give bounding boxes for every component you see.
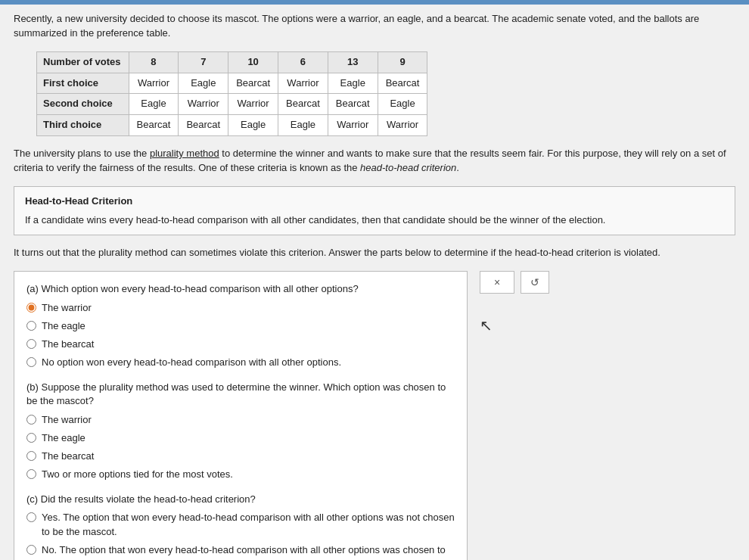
radio-option-c1[interactable]: Yes. The option that won every head-to-h…: [26, 511, 455, 540]
radio-label-b2: The eagle: [42, 431, 85, 446]
table-row: Second choiceEagleWarriorWarriorBearcatB…: [37, 94, 427, 115]
table-header-votes-1: 8: [129, 51, 179, 73]
question-label-b: (b) Suppose the plurality method was use…: [26, 381, 455, 409]
radio-option-a1[interactable]: The warrior: [26, 301, 455, 316]
table-cell: Warrior: [228, 94, 278, 115]
table-cell: Warrior: [179, 94, 228, 115]
table-cell: Warrior: [278, 73, 328, 94]
radio-input-b1[interactable]: [26, 415, 36, 425]
radio-label-a3: The bearcat: [42, 338, 94, 352]
btn-row: × ↺: [480, 271, 549, 294]
table-row: First choiceWarriorEagleBearcatWarriorEa…: [37, 73, 427, 94]
table-cell: Warrior: [378, 115, 427, 136]
radio-option-b3[interactable]: The bearcat: [26, 450, 455, 464]
radio-input-a1[interactable]: [26, 303, 36, 313]
table-cell: Bearcat: [278, 94, 328, 115]
table-cell: Bearcat: [179, 115, 228, 136]
table-header-votes-5: 13: [328, 51, 378, 73]
radio-option-b4[interactable]: Two or more options tied for the most vo…: [26, 468, 455, 482]
head-to-head-criterion-label: head-to-head criterion: [360, 162, 456, 173]
body-text: The university plans to use the pluralit…: [14, 147, 735, 176]
question-label-c: (c) Did the results violate the head-to-…: [26, 493, 455, 507]
radio-option-c2[interactable]: No. The option that won every head-to-he…: [26, 543, 455, 560]
criterion-body: If a candidate wins every head-to-head c…: [25, 213, 724, 228]
question-block-b: (b) Suppose the plurality method was use…: [26, 381, 455, 482]
radio-input-a4[interactable]: [26, 357, 36, 367]
question-block-a: (a) Which option won every head-to-head …: [26, 282, 455, 369]
radio-option-a3[interactable]: The bearcat: [26, 338, 455, 352]
table-row-label: First choice: [37, 73, 129, 94]
table-cell: Bearcat: [228, 73, 278, 94]
radio-input-a2[interactable]: [26, 321, 36, 331]
table-header-votes-2: 7: [179, 51, 228, 73]
main-area: (a) Which option won every head-to-head …: [14, 271, 735, 560]
table-cell: Warrior: [129, 73, 179, 94]
criterion-title: Head-to-Head Criterion: [25, 194, 724, 209]
table-body: First choiceWarriorEagleBearcatWarriorEa…: [37, 73, 427, 136]
question-label-a: (a) Which option won every head-to-head …: [26, 282, 455, 297]
question-panel: (a) Which option won every head-to-head …: [14, 271, 468, 560]
table-header-votes-6: 9: [378, 51, 427, 73]
table-header-label: Number of votes: [37, 51, 129, 73]
table-cell: Eagle: [179, 73, 228, 94]
table-row: Third choiceBearcatBearcatEagleEagleWarr…: [37, 115, 427, 136]
plurality-method-link: plurality method: [150, 148, 219, 159]
radio-input-c1[interactable]: [26, 512, 36, 522]
table-cell: Eagle: [328, 73, 378, 94]
radio-input-c2[interactable]: [26, 545, 36, 555]
radio-label-a4: No option won every head-to-head compari…: [42, 356, 341, 370]
radio-label-b4: Two or more options tied for the most vo…: [42, 468, 233, 482]
below-criterion-text: It turns out that the plurality method c…: [14, 246, 735, 260]
radio-label-c2: No. The option that won every head-to-he…: [42, 543, 455, 560]
table-row-label: Second choice: [37, 94, 129, 115]
radio-input-b4[interactable]: [26, 469, 36, 479]
question-block-c: (c) Did the results violate the head-to-…: [26, 493, 455, 560]
radio-option-a2[interactable]: The eagle: [26, 319, 455, 334]
table-header-votes-4: 6: [278, 51, 328, 73]
radio-option-b2[interactable]: The eagle: [26, 431, 455, 446]
radio-label-c1: Yes. The option that won every head-to-h…: [42, 511, 455, 540]
table-cell: Warrior: [328, 115, 378, 136]
table-row-label: Third choice: [37, 115, 129, 136]
table-cell: Bearcat: [328, 94, 378, 115]
radio-input-b3[interactable]: [26, 451, 36, 461]
undo-button[interactable]: ↺: [521, 271, 549, 294]
radio-option-a4[interactable]: No option won every head-to-head compari…: [26, 356, 455, 370]
intro-text: Recently, a new university decided to ch…: [14, 12, 735, 41]
radio-label-b3: The bearcat: [42, 450, 94, 464]
preference-table: Number of votes87106139 First choiceWarr…: [36, 51, 427, 136]
x-button[interactable]: ×: [480, 271, 514, 294]
table-header-votes-3: 10: [228, 51, 278, 73]
top-bar: [0, 0, 749, 5]
table-cell: Eagle: [378, 94, 427, 115]
radio-option-b1[interactable]: The warrior: [26, 413, 455, 428]
radio-input-b2[interactable]: [26, 433, 36, 443]
radio-label-a2: The eagle: [42, 319, 85, 334]
table-cell: Eagle: [228, 115, 278, 136]
radio-label-a1: The warrior: [42, 301, 92, 316]
criterion-box: Head-to-Head Criterion If a candidate wi…: [14, 186, 735, 236]
preference-table-wrap: Number of votes87106139 First choiceWarr…: [14, 51, 735, 136]
buttons-panel: × ↺ ↖: [480, 271, 549, 337]
radio-label-b1: The warrior: [42, 413, 92, 428]
radio-input-a3[interactable]: [26, 339, 36, 349]
cursor-indicator: ↖: [480, 315, 493, 337]
table-cell: Bearcat: [378, 73, 427, 94]
table-cell: Bearcat: [129, 115, 179, 136]
table-cell: Eagle: [278, 115, 328, 136]
table-header-row: Number of votes87106139: [37, 51, 427, 73]
table-cell: Eagle: [129, 94, 179, 115]
